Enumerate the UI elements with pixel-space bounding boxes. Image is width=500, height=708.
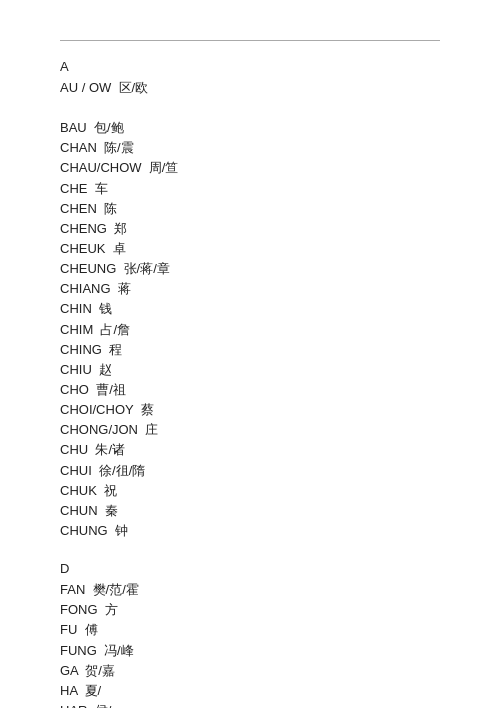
entry-chen: CHEN 陈 (60, 199, 440, 219)
entry-ga: GA 贺/嘉 (60, 661, 440, 681)
entry-che: CHE 车 (60, 179, 440, 199)
entry-cheung: CHEUNG 张/蒋/章 (60, 259, 440, 279)
entry-ha: HA 夏/ (60, 681, 440, 701)
entry-chong-jon: CHONG/JON 庄 (60, 420, 440, 440)
entry-chan: CHAN 陈/震 (60, 138, 440, 158)
entry-cheng: CHENG 郑 (60, 219, 440, 239)
section-d: D FAN 樊/范/霍 FONG 方 FU 傅 FUNG 冯/峰 GA 贺/嘉 … (60, 561, 440, 708)
entry-chim: CHIM 占/詹 (60, 320, 440, 340)
section-d-header: D (60, 561, 440, 576)
entry-ching: CHING 程 (60, 340, 440, 360)
entry-chun: CHUN 秦 (60, 501, 440, 521)
entry-fu: FU 傅 (60, 620, 440, 640)
entry-fong: FONG 方 (60, 600, 440, 620)
section-a-header: A (60, 59, 440, 74)
entry-chu: CHU 朱/诸 (60, 440, 440, 460)
top-divider (60, 40, 440, 41)
entry-chiu: CHIU 赵 (60, 360, 440, 380)
section-b: BAU 包/鲍 CHAN 陈/震 CHAU/CHOW 周/笪 CHE 车 CHE… (60, 118, 440, 541)
entry-cheuk: CHEUK 卓 (60, 239, 440, 259)
entry-chung: CHUNG 钟 (60, 521, 440, 541)
entry-bau: BAU 包/鲍 (60, 118, 440, 138)
entry-chuk: CHUK 祝 (60, 481, 440, 501)
entry-chin: CHIN 钱 (60, 299, 440, 319)
spacer-2 (60, 551, 440, 561)
entry-chau-chow: CHAU/CHOW 周/笪 (60, 158, 440, 178)
entry-cho: CHO 曹/祖 (60, 380, 440, 400)
spacer-1 (60, 108, 440, 118)
page-container: A AU / OW 区/欧 BAU 包/鲍 CHAN 陈/震 CHAU/CHOW… (0, 0, 500, 708)
entry-chiang: CHIANG 蒋 (60, 279, 440, 299)
entry-chui: CHUI 徐/徂/隋 (60, 461, 440, 481)
entry-name-au-ow: AU / OW (60, 80, 111, 95)
entry-choi-choy: CHOI/CHOY 蔡 (60, 400, 440, 420)
entry-chars-au-ow: 区/欧 (119, 80, 149, 95)
entry-har: HAR 侯/ (60, 701, 440, 708)
entry-fan: FAN 樊/范/霍 (60, 580, 440, 600)
section-a: A AU / OW 区/欧 (60, 59, 440, 98)
entry-fung: FUNG 冯/峰 (60, 641, 440, 661)
entry-au-ow: AU / OW 区/欧 (60, 78, 440, 98)
